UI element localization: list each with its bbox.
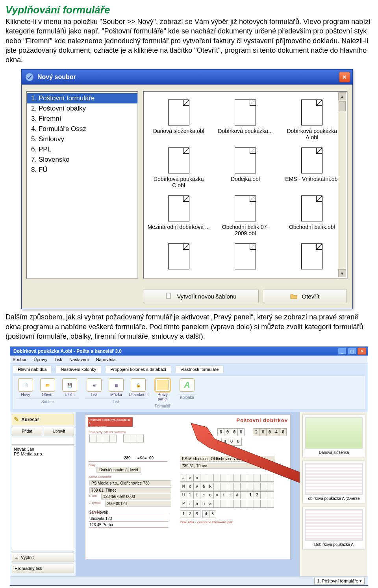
file-item[interactable]: Dobírková poukázka A.obl [280, 97, 345, 143]
menu-item[interactable]: Nápověda [96, 357, 116, 362]
maximize-button[interactable]: ▢ [348, 348, 356, 355]
ribbon-group-label: Kolonka [178, 394, 196, 400]
file-item[interactable]: Mezinárodní dobírková ... [146, 193, 211, 239]
new-template-button[interactable]: Vytvořit novou šablonu [143, 289, 259, 303]
category-item[interactable]: 8. FÚ [27, 165, 137, 175]
new-file-dialog: Nový soubor ✕ 1. Poštovní formuláře 2. P… [21, 69, 353, 309]
file-item[interactable]: Obchodní balík.obl [280, 193, 345, 239]
category-item[interactable]: 7. Slovensko [27, 155, 137, 165]
postal-form: Poštovní dobírková poukázka APodací líst… [85, 415, 291, 559]
file-item[interactable]: Dodejka.obl [213, 145, 278, 191]
document-icon [235, 147, 256, 173]
file-label: Obchodní balík.obl [280, 224, 344, 230]
open-icon: 📂 [40, 378, 55, 392]
list-item[interactable]: PS Media s.r.o. [14, 452, 72, 456]
file-item[interactable]: Obchodní balík 07-2009.obl [213, 193, 278, 239]
category-item[interactable]: 5. Smlouvy [27, 134, 137, 144]
ribbon-tab[interactable]: Vlastnosti formuláře [175, 365, 224, 373]
scrollbar[interactable]: ▲ ▼ [338, 92, 346, 277]
category-item[interactable]: 1. Poštovní formuláře [27, 93, 137, 103]
file-label: Obchodní balík 07-2009.obl [213, 224, 277, 236]
ribbon-button-right-panel[interactable]: Pravý panel [153, 378, 172, 401]
ribbon-button-grid[interactable]: ▦Mřížka [107, 378, 126, 397]
font-icon: A [180, 378, 195, 392]
amount-value: 289 [124, 456, 131, 460]
addressbook-label: Adresář [21, 417, 39, 422]
file-item[interactable]: Daňová složenka.obl [146, 97, 211, 143]
ribbon-button-save[interactable]: 💾Uložit [60, 378, 79, 397]
ribbon-button-lock[interactable]: 🔒Uzamknout [129, 378, 148, 397]
document-icon [301, 100, 322, 125]
scroll-thumb[interactable] [339, 101, 346, 111]
file-label: Dobírková poukázka... [213, 128, 277, 134]
ribbon-button-open[interactable]: 📂Otevřít [38, 378, 57, 397]
minimize-button[interactable]: _ [338, 348, 346, 355]
ribbon-button-print[interactable]: 🖨Tisk [85, 378, 104, 397]
category-item[interactable]: 3. Firemní [27, 114, 137, 124]
category-item[interactable]: 2. Poštovní obálky [27, 103, 137, 114]
search-input[interactable] [12, 437, 74, 445]
sender-street: Ulicovitá 123 [89, 516, 168, 522]
scroll-up-icon[interactable]: ▲ [338, 92, 346, 100]
file-label: Dobírková poukázka C.obl [147, 176, 210, 188]
menu-item[interactable]: Úpravy [33, 357, 47, 362]
edit-button[interactable]: Upravit [44, 427, 74, 435]
template-card[interactable]: obírková poukázka A (2.verze [302, 461, 365, 503]
ribbon-label: Uzamknout [129, 393, 148, 397]
field: PS Media s.r.o., Oldřichovice 738 [89, 480, 171, 486]
category-list[interactable]: 1. Poštovní formuláře 2. Poštovní obálky… [26, 91, 138, 279]
save-icon: 💾 [62, 378, 77, 392]
file-item[interactable]: Dobírková poukázka... [213, 97, 278, 143]
ribbon-group-label: Soubor [16, 398, 79, 404]
ribbon-button-font[interactable]: A [178, 378, 196, 393]
ribbon-group-label: Formulář [153, 403, 172, 408]
svg-point-0 [26, 73, 33, 81]
document-canvas[interactable]: Poštovní dobírková poukázka APodací líst… [76, 412, 300, 576]
category-item[interactable]: 6. PPL [27, 144, 137, 155]
ribbon-group: A Kolonka [176, 378, 198, 408]
grid-zip: 12345 [180, 510, 216, 518]
fill-button[interactable]: ☑Vyplnit [12, 553, 74, 562]
menu-item[interactable]: Tisk [54, 357, 62, 362]
file-item[interactable] [213, 241, 278, 274]
right-panel: Daňová složenka obírková poukázka A (2.v… [300, 412, 368, 576]
grid-row: 0000 20040 [217, 428, 286, 436]
ribbon-tab[interactable]: Propojení kolonek s databází [105, 365, 171, 373]
scroll-down-icon[interactable]: ▼ [338, 269, 346, 277]
ribbon-tab[interactable]: Hlavní nabídka [13, 365, 52, 373]
close-button[interactable]: ✕ [339, 72, 350, 82]
card-label: Daňová složenka [305, 450, 363, 455]
sender-city: 123 45 Praha [89, 523, 168, 528]
button-label: Otevřít [302, 293, 319, 300]
template-card[interactable]: Dobírková poukázka A [302, 507, 365, 549]
field: 200400123 [105, 501, 171, 507]
sender-name: Jan Novák [89, 510, 168, 515]
bulk-print-button[interactable]: Hromadný tisk [12, 564, 74, 573]
file-grid[interactable]: Daňová složenka.obl Dobírková poukázka..… [143, 91, 348, 279]
contact-list[interactable]: Novák Jan PS Media s.r.o. [12, 446, 74, 550]
open-button[interactable]: Otevřít [263, 289, 347, 303]
menu-item[interactable]: Soubor [13, 357, 26, 362]
add-button[interactable]: Přidat [12, 427, 42, 435]
statusbar: 1. Poštovní formuláře ▾ [10, 576, 368, 585]
field: 739 61, Třinec [89, 487, 171, 493]
template-card[interactable]: Daňová složenka [302, 415, 365, 457]
checkbox-icon: ☑ [15, 555, 19, 560]
list-item[interactable]: Novák Jan [14, 447, 72, 452]
file-item[interactable] [146, 241, 211, 274]
file-item[interactable] [280, 241, 345, 274]
close-button[interactable]: ✕ [358, 348, 366, 355]
menu-item[interactable]: Nastavení [69, 357, 89, 362]
card-label: Dobírková poukázka A [305, 542, 363, 547]
ribbon-label: Pravý panel [153, 393, 172, 401]
category-item[interactable]: 4. Formuláře Ossz [27, 124, 137, 134]
ribbon-group: 🖨Tisk ▦Mřížka 🔒Uzamknout Tisk [83, 378, 149, 408]
file-item[interactable]: Dobírková poukázka C.obl [146, 145, 211, 191]
menubar: Soubor Úpravy Tisk Nastavení Nápověda [10, 356, 368, 364]
panel-icon [155, 378, 170, 392]
category-dropdown[interactable]: 1. Poštovní formuláře ▾ [314, 578, 365, 584]
ribbon-label: Uložit [60, 393, 79, 397]
file-item[interactable]: EMS - Vnitrostátní.obl [280, 145, 345, 191]
ribbon-button-new[interactable]: 📄Nový [16, 378, 35, 397]
ribbon-tab[interactable]: Nastavení kolonky [56, 365, 101, 373]
